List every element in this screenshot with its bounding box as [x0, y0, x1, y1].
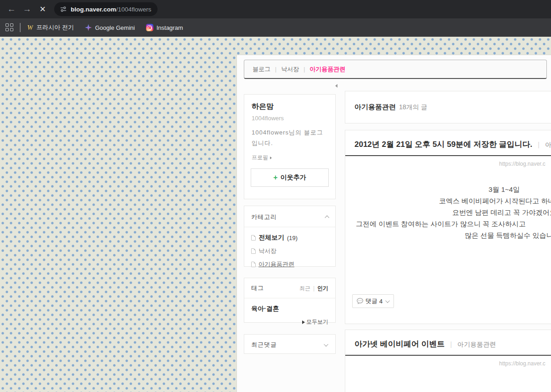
bookmark-prasia[interactable]: W 프라시아 전기	[27, 23, 74, 32]
title-separator: |	[450, 341, 452, 348]
prasia-favicon-icon: W	[27, 24, 33, 32]
add-neighbor-button[interactable]: + 이웃추가	[251, 168, 329, 187]
list-count: 18개의 글	[399, 103, 427, 112]
post-item: 2012년 2월 21일 오후 5시 59분에 저장한 글입니다. | 아기용품…	[345, 130, 551, 324]
post-url: https://blog.naver.c	[345, 161, 551, 167]
tab-separator: |	[304, 66, 305, 73]
post-category-link[interactable]: 아기용품관련	[457, 341, 496, 349]
post-item: 아가넷 베이비페어 이벤트 | 아기용품관련 https://blog.nave…	[345, 330, 551, 392]
comments-count: 4	[379, 298, 382, 305]
post-title[interactable]: 2012년 2월 21일 오후 5시 59분에 저장한 글입니다.	[354, 139, 532, 150]
chevron-down-icon[interactable]	[324, 342, 328, 347]
site-settings-icon[interactable]	[60, 6, 67, 13]
recent-comments-title: 최근댓글	[251, 341, 277, 349]
category-label: 전체보기	[259, 234, 284, 242]
post-body-line: 요번엔 남편 데리고 꼭 가야겠어요!	[452, 207, 551, 218]
plus-icon: +	[273, 174, 277, 182]
tag-sort-divider: |	[313, 285, 315, 291]
post-body-line: 코엑스 베이비페어가 시작된다고 하네요	[439, 195, 551, 207]
profile-link[interactable]: 프로필	[252, 154, 328, 162]
tag-widget: 태그 최근 | 인기 육아·결혼 모두보기	[244, 278, 336, 323]
comments-label: 댓글	[365, 297, 377, 305]
comments-button[interactable]: 댓글 4	[352, 294, 394, 308]
profile-widget: 하은맘 1004flowers 1004flowers님의 블로그입니다. 프로…	[244, 94, 336, 199]
gemini-favicon-icon	[85, 24, 92, 31]
category-label: 낙서장	[259, 247, 276, 255]
back-button[interactable]: ←	[4, 2, 19, 16]
forward-button[interactable]: →	[19, 2, 35, 16]
category-count: (19)	[287, 235, 298, 241]
browser-toolbar: ← → × blog.naver.com/1004flowers	[0, 0, 551, 18]
post-body-line: 많은 선물 득템하실수 있습니다.	[465, 230, 551, 241]
blog-panel: 블로그 | 낙서장 | 아기용품관련 하은맘 1004flowers 1004f…	[236, 55, 551, 392]
tab-separator: |	[275, 66, 276, 73]
screen: ← → × blog.naver.com/1004flowers W 프라시아 …	[0, 0, 551, 392]
url-host: blog.naver.com	[71, 6, 116, 13]
category-widget: 카테고리 전체보기 (19) 낙서장 아기용품관련	[244, 206, 336, 267]
arrow-right-icon	[302, 320, 305, 324]
tag-view-all[interactable]: 모두보기	[251, 318, 328, 326]
url-path: /1004flowers	[116, 6, 152, 13]
profile-blog-id: 1004flowers	[252, 115, 328, 122]
document-icon	[251, 262, 256, 267]
post-url: https://blog.naver.c	[345, 360, 551, 367]
profile-nickname: 하은맘	[252, 102, 328, 112]
blog-nav-tabbar: 블로그 | 낙서장 | 아기용품관련	[244, 60, 547, 79]
instagram-favicon-icon	[146, 24, 153, 31]
profile-link-label: 프로필	[252, 154, 268, 162]
post-body-line: 그전에 이벤트 참여하는 사이트가 많으니 꼭 조사하시고	[356, 218, 551, 230]
post-category-link[interactable]: 아기용품관련	[545, 141, 551, 149]
category-item-all[interactable]: 전체보기 (19)	[251, 234, 328, 242]
post-title[interactable]: 아가넷 베이비페어 이벤트	[354, 339, 444, 349]
bookmarks-separator	[20, 23, 21, 32]
tab-scribble[interactable]: 낙서장	[281, 65, 299, 73]
bookmark-label: Google Gemini	[95, 24, 135, 31]
document-icon	[251, 235, 256, 241]
chevron-up-icon[interactable]	[325, 215, 329, 220]
title-separator: |	[538, 141, 540, 148]
collapse-left-icon	[335, 84, 337, 88]
bookmark-label: Instagram	[157, 24, 183, 31]
stop-button[interactable]: ×	[35, 2, 51, 16]
apps-grid-icon[interactable]	[6, 23, 14, 32]
recent-comments-widget: 최근댓글	[244, 334, 336, 354]
tag-item[interactable]: 육아·결혼	[251, 305, 328, 313]
tag-sort-recent[interactable]: 최근	[299, 285, 310, 292]
divider	[244, 298, 335, 298]
add-neighbor-label: 이웃추가	[281, 174, 306, 182]
post-list-header: 아기용품관련 18개의 글	[345, 91, 551, 123]
bookmark-label: 프라시아 전기	[36, 23, 74, 32]
tag-sort-popular[interactable]: 인기	[317, 285, 328, 292]
divider	[244, 227, 335, 227]
comment-bubble-icon	[356, 298, 364, 304]
category-item-scribble[interactable]: 낙서장	[251, 247, 328, 255]
bookmarks-bar: W 프라시아 전기 Google Gemini Instagram	[0, 18, 551, 37]
profile-description: 1004flowers님의 블로그입니다.	[252, 127, 328, 148]
url-text: blog.naver.com/1004flowers	[71, 6, 152, 13]
post-body-line: 3월 1~4일	[489, 184, 551, 195]
document-icon	[251, 248, 256, 254]
list-category: 아기용품관련	[354, 103, 396, 112]
sidebar-collapse-button[interactable]	[333, 84, 339, 88]
bookmark-gemini[interactable]: Google Gemini	[85, 24, 135, 31]
tab-baby-goods[interactable]: 아기용품관련	[309, 65, 345, 73]
post-body: 3월 1~4일 코엑스 베이비페어가 시작된다고 하네요 요번엔 남편 데리고 …	[345, 184, 551, 241]
bookmark-instagram[interactable]: Instagram	[146, 24, 183, 31]
arrow-right-icon	[270, 157, 272, 159]
title-underline	[345, 155, 551, 156]
tag-title: 태그	[251, 284, 264, 292]
chevron-down-icon	[385, 298, 390, 303]
title-underline	[345, 355, 551, 356]
view-all-label: 모두보기	[306, 318, 328, 326]
category-title: 카테고리	[251, 213, 277, 221]
url-bar[interactable]: blog.naver.com/1004flowers	[54, 2, 157, 16]
tab-blog[interactable]: 블로그	[253, 65, 270, 73]
category-label: 아기용품관련	[259, 260, 294, 269]
category-item-baby-goods[interactable]: 아기용품관련	[251, 260, 328, 269]
